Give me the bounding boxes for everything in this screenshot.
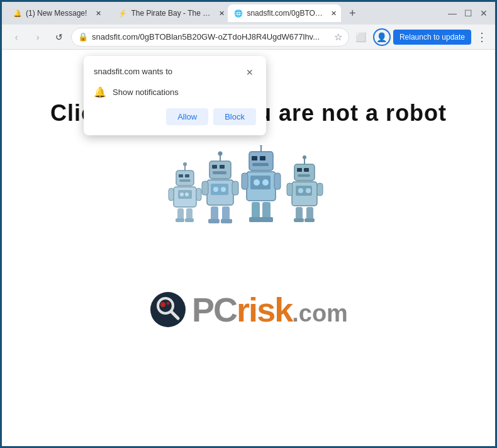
svg-rect-21 (213, 171, 226, 174)
dotcom-text: .com (292, 300, 348, 327)
svg-rect-47 (274, 173, 281, 189)
svg-rect-42 (252, 202, 260, 218)
minimize-button[interactable]: — (448, 8, 457, 18)
svg-rect-43 (262, 202, 271, 218)
svg-rect-26 (211, 206, 218, 220)
block-button[interactable]: Block (213, 108, 256, 125)
svg-rect-51 (297, 168, 302, 172)
svg-rect-10 (177, 208, 184, 220)
svg-point-68 (167, 302, 170, 305)
nav-right-area: ⬜ 👤 Relaunch to update ⋮ (352, 28, 490, 47)
svg-rect-61 (304, 218, 315, 222)
nav-bar: ‹ › ↺ 🔒 snadsfit.com/0gBTOBlan5B20GW-oZT… (2, 25, 495, 50)
svg-rect-4 (185, 174, 189, 177)
profile-button[interactable]: 👤 (373, 28, 391, 46)
forward-button[interactable]: › (28, 28, 47, 47)
tab-2-close[interactable]: ✕ (216, 8, 225, 18)
maximize-button[interactable]: ☐ (464, 8, 472, 18)
svg-rect-29 (221, 219, 232, 223)
svg-rect-45 (260, 217, 273, 222)
svg-rect-36 (260, 156, 265, 160)
tab-1-label: (1) New Message! (26, 9, 87, 18)
svg-point-40 (254, 179, 260, 186)
svg-rect-44 (249, 217, 262, 222)
back-button[interactable]: ‹ (7, 28, 26, 47)
tab-1-icon: 🔔 (13, 9, 22, 18)
tab-1[interactable]: 🔔 (1) New Message! ✕ (7, 4, 109, 22)
tab-2-label: The Pirate Bay - The … (131, 9, 210, 18)
popup-header: snadsfit.com wants to ✕ (94, 66, 256, 79)
svg-rect-13 (185, 218, 194, 222)
svg-rect-63 (317, 183, 323, 196)
svg-rect-35 (252, 156, 257, 160)
svg-rect-30 (202, 181, 208, 195)
pcrisk-text: PCrisk.com (192, 290, 348, 329)
svg-point-8 (180, 193, 184, 196)
svg-point-41 (262, 179, 269, 186)
tab-3-label: snadsfit.com/0gBTO… (247, 9, 323, 18)
svg-rect-5 (179, 179, 191, 182)
svg-point-25 (221, 187, 226, 192)
svg-rect-11 (186, 208, 193, 220)
svg-rect-28 (208, 219, 220, 223)
svg-rect-27 (222, 206, 230, 220)
tab-3[interactable]: 🌐 snadsfit.com/0gBTO… ✕ (228, 4, 341, 22)
svg-rect-0 (176, 171, 194, 186)
tab-1-close[interactable]: ✕ (93, 8, 103, 18)
tab-2-icon: ⚡ (118, 9, 127, 18)
svg-rect-46 (242, 173, 248, 189)
svg-rect-60 (294, 218, 304, 222)
pc-text: PC (192, 291, 237, 328)
svg-rect-16 (209, 161, 231, 179)
notification-text: Show notifications (113, 87, 179, 97)
menu-button[interactable]: ⋮ (474, 30, 490, 44)
address-bar[interactable]: 🔒 snadsfit.com/0gBTOBlan5B20GW-oZTdoHJ8R… (71, 28, 349, 47)
bookmark-icon[interactable]: ☆ (334, 31, 342, 43)
permission-popup: snadsfit.com wants to ✕ 🔔 Show notificat… (84, 56, 266, 135)
svg-rect-3 (179, 174, 183, 177)
svg-rect-12 (176, 218, 184, 222)
svg-rect-62 (287, 183, 293, 196)
svg-point-50 (303, 155, 306, 159)
svg-rect-59 (306, 207, 313, 220)
popup-notification-row: 🔔 Show notifications (94, 86, 256, 98)
svg-rect-14 (169, 188, 174, 201)
tab-3-icon: 🌐 (234, 9, 243, 18)
window-controls: — ☐ ✕ (448, 8, 490, 18)
reload-button[interactable]: ↺ (50, 28, 69, 47)
svg-point-18 (218, 152, 223, 156)
allow-button[interactable]: Allow (166, 108, 208, 125)
svg-rect-53 (298, 174, 310, 177)
pcrisk-icon (149, 291, 187, 328)
robots-illustration (157, 145, 340, 227)
popup-title: snadsfit.com wants to (94, 66, 172, 77)
svg-point-24 (213, 187, 218, 192)
svg-rect-37 (252, 163, 269, 166)
svg-rect-48 (294, 164, 315, 181)
svg-point-56 (298, 188, 303, 193)
svg-rect-32 (249, 152, 273, 171)
svg-rect-19 (212, 165, 217, 169)
extensions-button[interactable]: ⬜ (352, 28, 371, 47)
svg-point-67 (160, 302, 165, 307)
pcrisk-logo: PCrisk.com (149, 290, 348, 329)
risk-text: risk (237, 291, 292, 328)
title-bar: 🔔 (1) New Message! ✕ ⚡ The Pirate Bay - … (2, 2, 495, 25)
browser-content: snadsfit.com wants to ✕ 🔔 Show notificat… (2, 50, 495, 448)
tab-2[interactable]: ⚡ The Pirate Bay - The … ✕ (112, 4, 225, 22)
svg-point-64 (150, 292, 186, 327)
svg-point-57 (306, 188, 311, 193)
popup-buttons: Allow Block (94, 108, 256, 125)
popup-close-button[interactable]: ✕ (243, 66, 256, 79)
svg-rect-58 (296, 207, 303, 220)
svg-point-2 (183, 162, 187, 166)
bell-icon: 🔔 (94, 86, 106, 98)
svg-point-34 (259, 145, 264, 146)
close-button[interactable]: ✕ (480, 8, 488, 18)
lock-icon: 🔒 (78, 32, 88, 42)
svg-rect-31 (232, 181, 238, 195)
relaunch-button[interactable]: Relaunch to update (393, 30, 471, 45)
svg-rect-20 (220, 165, 225, 169)
tab-3-close[interactable]: ✕ (329, 8, 339, 18)
add-tab-button[interactable]: + (343, 4, 361, 22)
